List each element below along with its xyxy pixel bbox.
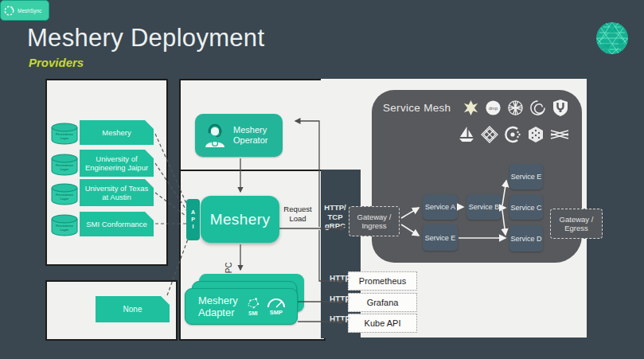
- service-b-box: Service B: [466, 194, 502, 220]
- http-tcp-grpc-label: HTTP/ TCP gRPC: [322, 203, 349, 231]
- meshery-operator-box: Meshery Operator: [195, 114, 283, 157]
- svg-text:Layer: Layer: [60, 136, 69, 140]
- slide: Meshery Deployment Providers Remote Prov…: [0, 0, 644, 359]
- local-provider-none-box: None: [96, 296, 170, 322]
- meshsync-label: MeshSync: [18, 8, 41, 14]
- remote-item-smi-conformance: SMI Conformance: [80, 212, 154, 236]
- service-c-box: Service C: [509, 195, 543, 220]
- sync-arrows-icon: [3, 5, 15, 17]
- weave-cube-mesh-logo-icon: [480, 125, 499, 144]
- hexagon-mesh-logo-icon: [526, 125, 545, 144]
- grafana-box: Grafana: [348, 293, 417, 312]
- service-e-top-box: Service E: [509, 164, 543, 189]
- shield-mesh-logo-icon: [551, 98, 570, 117]
- http-label-grafana: HTTP: [322, 295, 357, 304]
- svg-text:Layer: Layer: [60, 167, 69, 171]
- persistence-db-icon: Persistence Layer: [49, 182, 80, 206]
- smp-logo: SMP: [267, 298, 286, 316]
- api-tab: API: [186, 199, 200, 240]
- service-a-box: Service A: [423, 194, 458, 220]
- gateway-egress-box: Gateway / Egress: [550, 209, 603, 239]
- meshery-adapter-box: Meshery Adapter SMI SMP: [185, 288, 298, 325]
- burst-mesh-logo-icon: [462, 99, 480, 117]
- meshsync-chip: MeshSync: [0, 0, 49, 21]
- http-label-prometheus: HTTP: [322, 275, 357, 283]
- operator-label-line2: Operator: [233, 135, 267, 146]
- persistence-db-icon: Persistence Layer: [49, 153, 80, 177]
- consul-mesh-logo-icon: [503, 125, 522, 144]
- page-subtitle: Providers: [29, 56, 84, 69]
- cross-weave-mesh-logo-icon: [549, 125, 570, 144]
- gateway-ingress-box: Gateway / Ingress: [349, 206, 400, 236]
- persistence-db-icon: Persistence Layer: [49, 213, 80, 237]
- remote-item-meshery: Meshery: [80, 120, 154, 145]
- http-label-kube-api: HTTP: [322, 315, 357, 324]
- kube-api-box: Kube API: [348, 314, 417, 333]
- smp-gauge-icon: [267, 298, 286, 308]
- swirl-mesh-logo-icon: [529, 99, 547, 117]
- service-mesh-title: Service Mesh: [383, 102, 451, 114]
- istio-sailboat-logo-icon: [457, 125, 476, 144]
- operator-label-line1: Meshery: [233, 125, 267, 135]
- adapter-label-line2: Adapter: [198, 306, 238, 318]
- remote-item-univ-jaipur: University of Engineering Jaipur: [80, 150, 154, 177]
- page-title: Meshery Deployment: [27, 24, 264, 53]
- smi-logo: SMI: [246, 297, 260, 316]
- service-e-left-box: Service E: [423, 224, 458, 251]
- request-load-label: Request Load: [280, 205, 315, 224]
- persistence-db-icon: Persistence Layer: [49, 122, 80, 146]
- web-globe-mesh-logo-icon: [506, 99, 525, 117]
- svg-text:Layer: Layer: [60, 228, 69, 232]
- mesh-logo-row-1: dmp: [457, 96, 570, 119]
- meshery-logo-icon: [595, 21, 630, 56]
- svg-text:Layer: Layer: [60, 197, 69, 201]
- remote-item-univ-texas: University of Texas at Austin: [80, 179, 154, 206]
- mesh-logo-row-2: [457, 123, 570, 146]
- service-d-box: Service D: [509, 225, 543, 252]
- meshery-main-box: Meshery: [201, 196, 279, 243]
- disc-logo-text: dmp: [489, 105, 498, 110]
- smi-cube-icon: [246, 297, 260, 310]
- operator-headset-icon: [201, 123, 228, 148]
- adapter-label-line1: Meshery: [198, 295, 238, 306]
- prometheus-box: Prometheus: [348, 271, 417, 291]
- disc-mesh-logo-icon: dmp: [484, 99, 502, 117]
